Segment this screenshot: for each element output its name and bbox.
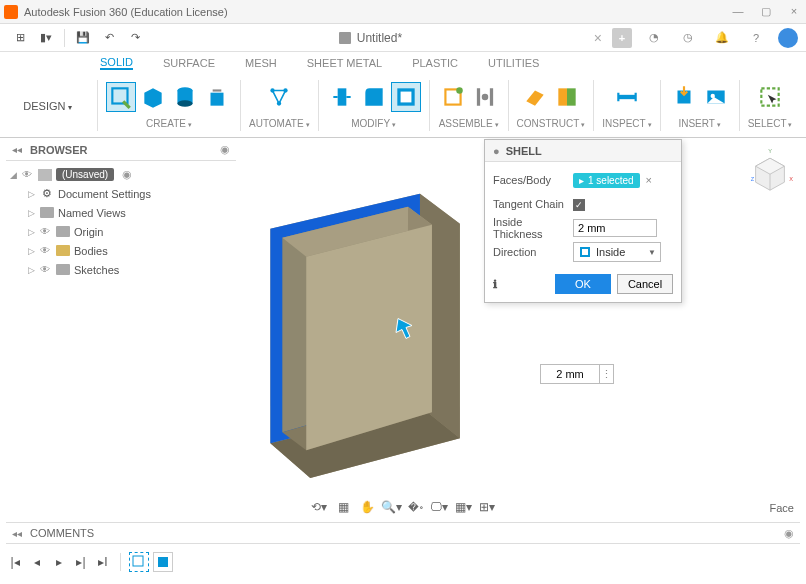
measure-icon[interactable]: [612, 82, 642, 112]
comments-options-icon[interactable]: ◉: [784, 527, 794, 540]
thickness-input[interactable]: [573, 219, 657, 237]
timeline-feature-sketch[interactable]: [129, 552, 149, 572]
direction-select[interactable]: Inside ▼: [573, 242, 661, 262]
tree-root[interactable]: ◢👁 (Unsaved) ◉: [8, 165, 234, 184]
app-logo: [4, 5, 18, 19]
grid-settings-icon[interactable]: ▦▾: [452, 498, 474, 516]
svg-rect-4: [211, 93, 224, 106]
file-menu-icon[interactable]: ▮▾: [34, 28, 58, 48]
timeline: |◂ ◂ ▸ ▸| ▸I: [6, 548, 800, 576]
tab-utilities[interactable]: UTILITIES: [488, 57, 539, 69]
save-icon[interactable]: 💾: [71, 28, 95, 48]
automate-label[interactable]: AUTOMATE: [249, 118, 310, 129]
ribbon-assemble: ASSEMBLE: [432, 74, 506, 137]
presspull-icon[interactable]: [327, 82, 357, 112]
info-icon[interactable]: ℹ: [493, 278, 497, 291]
grid-icon[interactable]: ⊞: [8, 28, 32, 48]
user-avatar[interactable]: [778, 28, 798, 48]
tab-surface[interactable]: SURFACE: [163, 57, 215, 69]
component-icon[interactable]: [438, 82, 468, 112]
insert-label[interactable]: INSERT: [678, 118, 720, 129]
dialog-header[interactable]: ●SHELL: [485, 140, 681, 162]
box-icon[interactable]: [138, 82, 168, 112]
ok-button[interactable]: OK: [555, 274, 611, 294]
fit-icon[interactable]: �॰: [404, 498, 426, 516]
fillet-icon[interactable]: [359, 82, 389, 112]
timeline-back-icon[interactable]: ◂: [28, 553, 46, 571]
minimize-button[interactable]: —: [730, 5, 746, 18]
select-icon[interactable]: [755, 82, 785, 112]
construct-label[interactable]: CONSTRUCT: [517, 118, 586, 129]
extrude-icon[interactable]: [202, 82, 232, 112]
viewport-icon[interactable]: ⊞▾: [476, 498, 498, 516]
timeline-feature-extrude[interactable]: [153, 552, 173, 572]
tab-close-icon[interactable]: ×: [594, 30, 602, 46]
document-tab[interactable]: Untitled*: [339, 31, 402, 45]
tab-plastic[interactable]: PLASTIC: [412, 57, 458, 69]
assemble-label[interactable]: ASSEMBLE: [439, 118, 499, 129]
tree-item[interactable]: ▷⚙Document Settings: [8, 184, 234, 203]
modify-label[interactable]: MODIFY: [351, 118, 396, 129]
cancel-button[interactable]: Cancel: [617, 274, 673, 294]
svg-rect-40: [133, 556, 143, 566]
tangent-checkbox[interactable]: ✓: [573, 199, 585, 211]
joint-icon[interactable]: [470, 82, 500, 112]
orbit-icon[interactable]: ⟲▾: [308, 498, 330, 516]
cylinder-icon[interactable]: [170, 82, 200, 112]
zoom-icon[interactable]: 🔍▾: [380, 498, 402, 516]
float-value-input[interactable]: [540, 364, 600, 384]
app-title: Autodesk Fusion 360 (Education License): [24, 6, 730, 18]
workspace-switcher[interactable]: DESIGN: [0, 74, 95, 137]
tree-item[interactable]: ▷👁Bodies: [8, 241, 234, 260]
thickness-label: Inside Thickness: [493, 216, 573, 240]
close-button[interactable]: ×: [786, 5, 802, 18]
tree-item[interactable]: ▷👁Origin: [8, 222, 234, 241]
inspect-label[interactable]: INSPECT: [602, 118, 651, 129]
axis-icon[interactable]: [552, 82, 582, 112]
notifications-icon[interactable]: 🔔: [710, 28, 734, 48]
tab-sheet-metal[interactable]: SHEET METAL: [307, 57, 382, 69]
create-label[interactable]: CREATE: [146, 118, 192, 129]
comments-collapse-icon[interactable]: ◂◂: [12, 528, 22, 539]
tab-mesh[interactable]: MESH: [245, 57, 277, 69]
automate-icon[interactable]: [264, 82, 294, 112]
timeline-start-icon[interactable]: |◂: [6, 553, 24, 571]
svg-text:X: X: [789, 176, 793, 182]
comments-bar[interactable]: ◂◂ COMMENTS ◉: [6, 522, 800, 544]
timeline-end-icon[interactable]: ▸I: [94, 553, 112, 571]
timeline-play-icon[interactable]: ▸: [50, 553, 68, 571]
help-icon[interactable]: ?: [744, 28, 768, 48]
display-icon[interactable]: 🖵▾: [428, 498, 450, 516]
float-menu-icon[interactable]: ⋮: [600, 364, 614, 384]
lookat-icon[interactable]: ▦: [332, 498, 354, 516]
undo-icon[interactable]: ↶: [97, 28, 121, 48]
extensions-icon[interactable]: ◔: [642, 28, 666, 48]
maximize-button[interactable]: ▢: [758, 5, 774, 18]
tree-item[interactable]: ▷Named Views: [8, 203, 234, 222]
viewcube[interactable]: Y Z X: [746, 147, 794, 195]
decal-icon[interactable]: [701, 82, 731, 112]
job-status-icon[interactable]: ◷: [676, 28, 700, 48]
document-name: Untitled*: [357, 31, 402, 45]
select-label[interactable]: SELECT: [748, 118, 793, 129]
collapse-icon[interactable]: ◂◂: [12, 144, 22, 155]
plane-icon[interactable]: [520, 82, 550, 112]
tab-solid[interactable]: SOLID: [100, 56, 133, 70]
redo-icon[interactable]: ↷: [123, 28, 147, 48]
timeline-fwd-icon[interactable]: ▸|: [72, 553, 90, 571]
new-tab-button[interactable]: +: [612, 28, 632, 48]
svg-text:Z: Z: [751, 176, 755, 182]
svg-marker-29: [306, 225, 432, 450]
quick-access-toolbar: ⊞ ▮▾ 💾 ↶ ↷ Untitled* × + ◔ ◷ 🔔 ?: [0, 24, 806, 52]
tree-item[interactable]: ▷👁Sketches: [8, 260, 234, 279]
browser-header[interactable]: ◂◂ BROWSER ◉: [6, 139, 236, 161]
sketch-icon[interactable]: [106, 82, 136, 112]
browser-options-icon[interactable]: ◉: [220, 143, 230, 156]
insert-icon[interactable]: [669, 82, 699, 112]
svg-rect-37: [38, 169, 52, 181]
pan-icon[interactable]: ✋: [356, 498, 378, 516]
selection-badge[interactable]: ▸ 1 selected: [573, 173, 640, 188]
titlebar: Autodesk Fusion 360 (Education License) …: [0, 0, 806, 24]
clear-selection-icon[interactable]: ×: [646, 174, 652, 186]
shell-icon[interactable]: [391, 82, 421, 112]
